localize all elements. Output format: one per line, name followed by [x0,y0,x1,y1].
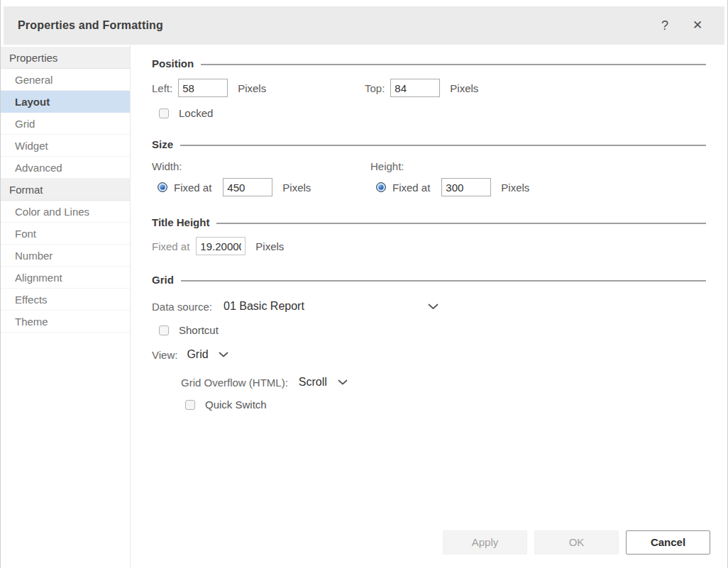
help-icon[interactable]: ? [658,18,672,33]
position-section-header: Position [152,57,706,69]
chevron-down-icon[interactable] [428,304,439,310]
grid-section-title: Grid [152,274,174,286]
sidebar-section-format: Format [1,179,130,201]
sidebar-item-font[interactable]: Font [1,223,130,245]
sidebar: Properties General Layout Grid Widget Ad… [1,45,131,568]
width-fixed-radio[interactable] [158,182,167,192]
grid-overflow-label: Grid Overflow (HTML): [181,377,288,389]
dialog-footer: Apply OK Cancel [443,530,710,555]
height-input[interactable] [441,178,491,196]
top-position-group: Top: Pixels [365,79,578,97]
position-section-title: Position [152,57,194,69]
title-height-unit-label: Pixels [255,240,284,252]
sidebar-item-widget[interactable]: Widget [1,135,130,157]
ok-button[interactable]: OK [534,530,619,555]
section-divider [180,145,706,146]
data-source-value: 01 Basic Report [224,300,304,313]
sidebar-item-layout[interactable]: Layout [1,91,130,113]
properties-dialog: Properties and Formatting ? ✕ Properties… [0,0,728,568]
quick-switch-row: Quick Switch [152,399,706,411]
size-inputs-row: Fixed at Pixels Fixed at Pixels [152,178,706,196]
section-divider [181,280,706,282]
sidebar-item-number[interactable]: Number [1,245,130,267]
width-fixed-label: Fixed at [174,182,211,194]
position-inputs-row: Left: Pixels Top: Pixels [152,79,706,97]
left-unit-label: Pixels [238,82,266,94]
left-label: Left: [152,82,172,94]
top-input[interactable] [390,79,440,97]
left-position-group: Left: Pixels [152,79,365,97]
sidebar-item-color-and-lines[interactable]: Color and Lines [1,201,130,223]
height-unit-label: Pixels [501,182,529,194]
title-height-section-title: Title Height [152,216,209,228]
sidebar-item-general[interactable]: General [1,69,130,91]
view-value: Grid [187,348,208,361]
size-labels-row: Width: Height: [152,160,706,172]
section-divider [216,223,706,224]
title-height-section-header: Title Height [152,216,706,228]
height-fixed-label: Fixed at [392,182,430,194]
sidebar-item-theme[interactable]: Theme [1,311,130,333]
apply-button[interactable]: Apply [443,530,527,555]
cancel-button[interactable]: Cancel [626,530,710,555]
sidebar-item-alignment[interactable]: Alignment [1,267,130,289]
title-height-fixed-label: Fixed at [152,240,189,252]
data-source-dropdown[interactable]: Data source: 01 Basic Report [152,300,439,313]
view-label: View: [152,349,177,361]
sidebar-item-advanced[interactable]: Advanced [1,157,130,179]
grid-overflow-value: Scroll [299,376,327,389]
left-input[interactable] [178,79,228,97]
content-panel: Position Left: Pixels Top: Pixels Locked [131,45,727,568]
chevron-down-icon[interactable] [219,352,228,357]
section-divider [201,64,706,65]
shortcut-label: Shortcut [179,324,219,336]
sidebar-section-properties: Properties [1,47,130,69]
dialog-title: Properties and Formatting [18,19,163,32]
title-height-row: Fixed at Pixels [152,237,706,255]
quick-switch-checkbox[interactable] [185,400,195,410]
locked-label: Locked [179,107,213,119]
size-section-header: Size [152,138,706,150]
width-input[interactable] [223,178,272,196]
view-dropdown[interactable]: View: Grid [152,348,706,361]
width-unit-label: Pixels [282,182,311,194]
data-source-label: Data source: [152,301,212,313]
grid-section-header: Grid [152,274,706,286]
grid-overflow-dropdown[interactable]: Grid Overflow (HTML): Scroll [152,376,706,389]
locked-row: Locked [152,107,706,119]
titlebar-icons: ? ✕ [658,18,705,33]
locked-checkbox[interactable] [159,108,169,118]
chevron-down-icon[interactable] [338,379,348,385]
width-label: Width: [152,160,370,172]
shortcut-row: Shortcut [152,324,706,336]
title-height-input[interactable] [196,237,246,255]
quick-switch-label: Quick Switch [205,399,267,411]
height-fixed-radio[interactable] [376,182,386,192]
height-group: Fixed at Pixels [370,178,589,196]
top-label: Top: [365,82,385,94]
height-label: Height: [370,160,404,172]
size-section-title: Size [152,138,173,150]
shortcut-checkbox[interactable] [159,325,169,335]
sidebar-item-effects[interactable]: Effects [1,289,130,311]
sidebar-item-grid[interactable]: Grid [1,113,130,135]
close-icon[interactable]: ✕ [690,18,705,33]
dialog-titlebar: Properties and Formatting ? ✕ [4,6,724,45]
top-unit-label: Pixels [450,82,478,94]
width-group: Fixed at Pixels [152,178,370,196]
